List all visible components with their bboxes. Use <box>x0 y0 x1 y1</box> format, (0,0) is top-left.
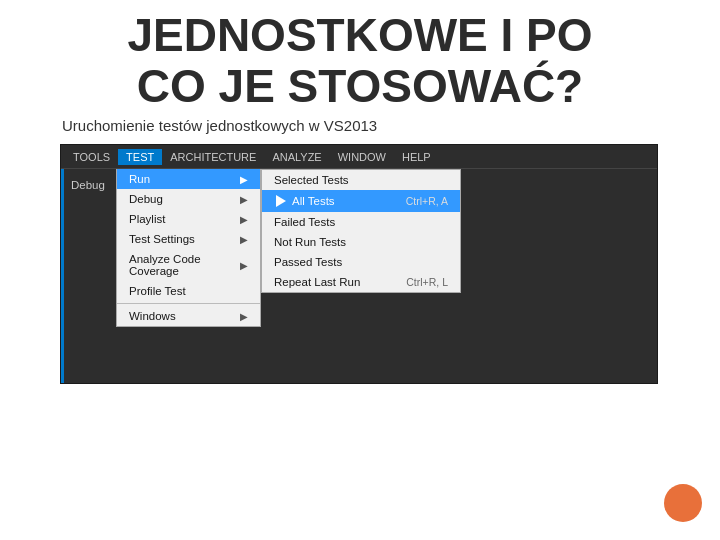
left-panel: Debug <box>61 169 117 383</box>
repeat-last-run-item[interactable]: Repeat Last Run Ctrl+R, L <box>262 272 460 292</box>
not-run-tests-label: Not Run Tests <box>274 236 346 248</box>
all-tests-item[interactable]: All Tests Ctrl+R, A <box>262 190 460 212</box>
menu-analyze[interactable]: ANALYZE <box>264 149 329 165</box>
debug-label: Debug <box>129 193 163 205</box>
profile-test-item[interactable]: Profile Test <box>117 281 260 301</box>
menu-tools[interactable]: TOOLS <box>65 149 118 165</box>
menu-test[interactable]: TEST <box>118 149 162 165</box>
run-submenu: Selected Tests All Tests Ctrl+R, A <box>261 169 461 293</box>
menu-help[interactable]: HELP <box>394 149 439 165</box>
menu-architecture[interactable]: ARCHITECTURE <box>162 149 264 165</box>
title-line2: CO JE STOSOWAĆ? <box>137 60 583 112</box>
not-run-tests-item[interactable]: Not Run Tests <box>262 232 460 252</box>
dropdown-area: Debug Run ▶ Debug ▶ Playlist ▶ Test Sett… <box>61 169 657 383</box>
title-line1: JEDNOSTKOWE I PO <box>127 9 592 61</box>
svg-marker-0 <box>276 195 286 207</box>
windows-item[interactable]: Windows ▶ <box>117 306 260 326</box>
repeat-last-run-label: Repeat Last Run <box>274 276 360 288</box>
passed-tests-label: Passed Tests <box>274 256 342 268</box>
playlist-item[interactable]: Playlist ▶ <box>117 209 260 229</box>
playlist-label: Playlist <box>129 213 165 225</box>
test-settings-label: Test Settings <box>129 233 195 245</box>
selected-tests-label: Selected Tests <box>274 174 349 186</box>
menu-screenshot: TOOLS TEST ARCHITECTURE ANALYZE WINDOW H… <box>60 144 658 384</box>
profile-test-label: Profile Test <box>129 285 186 297</box>
playlist-arrow: ▶ <box>240 214 248 225</box>
windows-arrow: ▶ <box>240 311 248 322</box>
separator <box>117 303 260 304</box>
menu-window[interactable]: WINDOW <box>330 149 394 165</box>
run-label: Run <box>129 173 150 185</box>
orange-circle-button[interactable] <box>664 484 702 522</box>
windows-label: Windows <box>129 310 176 322</box>
passed-tests-item[interactable]: Passed Tests <box>262 252 460 272</box>
all-tests-label: All Tests <box>292 195 335 207</box>
analyze-coverage-label: Analyze Code Coverage <box>129 253 240 277</box>
page-title: JEDNOSTKOWE I PO CO JE STOSOWAĆ? <box>60 0 660 111</box>
run-item[interactable]: Run ▶ <box>117 169 260 189</box>
failed-tests-item[interactable]: Failed Tests <box>262 212 460 232</box>
analyze-coverage-item[interactable]: Analyze Code Coverage ▶ <box>117 249 260 281</box>
debug-item-left[interactable]: Debug <box>61 174 117 196</box>
debug-arrow: ▶ <box>240 194 248 205</box>
analyze-coverage-arrow: ▶ <box>240 260 248 271</box>
selected-tests-item[interactable]: Selected Tests <box>262 170 460 190</box>
failed-tests-label: Failed Tests <box>274 216 335 228</box>
all-tests-shortcut: Ctrl+R, A <box>406 195 448 207</box>
menu-bar: TOOLS TEST ARCHITECTURE ANALYZE WINDOW H… <box>61 145 657 169</box>
play-icon <box>274 194 288 208</box>
run-arrow: ▶ <box>240 174 248 185</box>
test-settings-item[interactable]: Test Settings ▶ <box>117 229 260 249</box>
left-panel-accent <box>61 169 64 383</box>
repeat-last-run-shortcut: Ctrl+R, L <box>406 276 448 288</box>
page-container: JEDNOSTKOWE I PO CO JE STOSOWAĆ? Uruchom… <box>0 0 720 540</box>
debug-item[interactable]: Debug ▶ <box>117 189 260 209</box>
test-dropdown: Run ▶ Debug ▶ Playlist ▶ Test Settings ▶… <box>116 169 261 327</box>
subtitle: Uruchomienie testów jednostkowych w VS20… <box>60 117 660 134</box>
test-settings-arrow: ▶ <box>240 234 248 245</box>
